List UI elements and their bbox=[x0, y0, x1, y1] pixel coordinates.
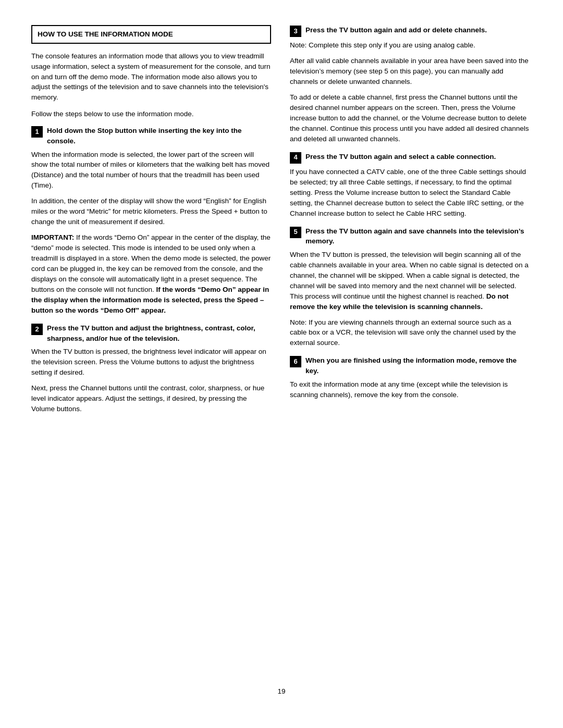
step-3-number: 3 bbox=[290, 26, 301, 37]
step-2-body1: When the TV button is pressed, the brigh… bbox=[31, 347, 271, 378]
step-1-body3: IMPORTANT: If the words “Demo On” appear… bbox=[31, 232, 271, 316]
step-5-number: 5 bbox=[290, 227, 301, 238]
intro-p1: The console features an information mode… bbox=[31, 51, 271, 103]
step-4-number: 4 bbox=[290, 152, 301, 164]
step-2-body2: Next, press the Channel buttons until th… bbox=[31, 383, 271, 414]
step-6-body1: To exit the information mode at any time… bbox=[290, 379, 530, 400]
step-2-number: 2 bbox=[31, 324, 43, 335]
step-3-note1: Note: Complete this step only if you are… bbox=[290, 40, 530, 51]
step-6-title: When you are finished using the informat… bbox=[305, 355, 530, 376]
step-3-block: 3 Press the TV button again and add or d… bbox=[290, 25, 530, 144]
step-1-header: 1 Hold down the Stop button while insert… bbox=[31, 126, 271, 146]
step-1-block: 1 Hold down the Stop button while insert… bbox=[31, 126, 271, 316]
section-header-text: HOW TO USE THE INFORMATION MODE bbox=[38, 30, 173, 38]
step-3-body1: After all valid cable channels available… bbox=[290, 56, 530, 87]
step-4-header: 4 Press the TV button again and select a… bbox=[290, 152, 530, 164]
step-4-title: Press the TV button again and select a c… bbox=[305, 152, 496, 162]
step-1-title: Hold down the Stop button while insertin… bbox=[47, 126, 271, 146]
step-1-important-label: IMPORTANT: bbox=[31, 233, 74, 241]
step-6-number: 6 bbox=[290, 356, 301, 367]
step-2-block: 2 Press the TV button and adjust the bri… bbox=[31, 323, 271, 414]
two-column-layout: HOW TO USE THE INFORMATION MODE The cons… bbox=[31, 25, 532, 674]
step-4-body1: If you have connected a CATV cable, one … bbox=[290, 167, 530, 219]
step-5-body1: When the TV button is pressed, the telev… bbox=[290, 250, 530, 312]
right-column: 3 Press the TV button again and add or d… bbox=[290, 25, 530, 674]
step-5-title: Press the TV button again and save chann… bbox=[305, 226, 530, 246]
step-5-block: 5 Press the TV button again and save cha… bbox=[290, 226, 530, 349]
step-1-body3-text: If the words “Demo On” appear in the cen… bbox=[31, 233, 271, 293]
left-column: HOW TO USE THE INFORMATION MODE The cons… bbox=[31, 25, 271, 674]
step-4-block: 4 Press the TV button again and select a… bbox=[290, 152, 530, 219]
step-2-header: 2 Press the TV button and adjust the bri… bbox=[31, 323, 271, 343]
section-header: HOW TO USE THE INFORMATION MODE bbox=[31, 25, 271, 44]
step-5-note2: Note: If you are viewing channels throug… bbox=[290, 317, 530, 349]
step-6-block: 6 When you are finished using the inform… bbox=[290, 355, 530, 400]
step-5-header: 5 Press the TV button again and save cha… bbox=[290, 226, 530, 246]
intro-p2: Follow the steps below to use the inform… bbox=[31, 109, 271, 119]
step-6-header: 6 When you are finished using the inform… bbox=[290, 355, 530, 376]
step-1-body2: In addition, the center of the display w… bbox=[31, 196, 271, 227]
step-3-body2: To add or delete a cable channel, first … bbox=[290, 92, 530, 144]
page-number: 19 bbox=[31, 686, 532, 697]
page: HOW TO USE THE INFORMATION MODE The cons… bbox=[0, 0, 563, 728]
step-1-number: 1 bbox=[31, 126, 43, 138]
step-3-title: Press the TV button again and add or del… bbox=[305, 25, 487, 35]
step-3-header: 3 Press the TV button again and add or d… bbox=[290, 25, 530, 37]
step-2-title: Press the TV button and adjust the brigh… bbox=[47, 323, 271, 343]
step-1-body1: When the information mode is selected, t… bbox=[31, 150, 271, 191]
